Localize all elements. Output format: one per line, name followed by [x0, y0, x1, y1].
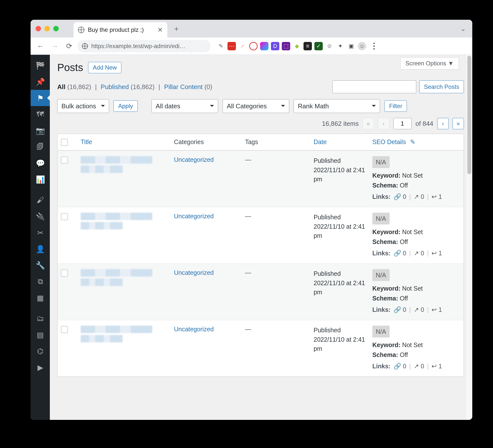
col-date[interactable]: Date — [314, 138, 327, 145]
page-last-button[interactable]: » — [453, 118, 464, 129]
minimize-window-icon[interactable] — [44, 26, 50, 31]
sidebar-dashboard-icon[interactable]: 🏁 — [31, 57, 50, 74]
seo-schema-label: Schema: — [372, 238, 398, 245]
tab-close-icon[interactable]: ✕ — [157, 26, 163, 34]
search-input[interactable] — [332, 80, 416, 93]
view-all[interactable]: All (16,862) — [57, 83, 91, 91]
sidebar-grid-icon[interactable]: ▤ — [31, 327, 50, 343]
nav-back-button[interactable]: ← — [35, 40, 46, 52]
external-links: ↗ 0 — [414, 305, 424, 315]
sidebar-layers-icon[interactable]: 🗂 — [31, 310, 50, 327]
view-published[interactable]: Published (16,862) — [101, 83, 154, 91]
seo-links-label: Links: — [372, 248, 391, 258]
date-value: 2022/11/10 at 2:41 pm — [314, 166, 370, 184]
close-window-icon[interactable] — [36, 26, 41, 31]
category-link[interactable]: Uncategorized — [174, 269, 214, 276]
seo-kw-label: Keyword: — [372, 285, 400, 292]
screen-options-button[interactable]: Screen Options ▼ — [400, 57, 459, 70]
category-link[interactable]: Uncategorized — [174, 213, 214, 220]
category-link[interactable]: Uncategorized — [174, 326, 214, 333]
sidebar-tools-icon[interactable]: 🔧 — [31, 257, 50, 273]
nav-forward-button[interactable]: → — [49, 40, 61, 52]
search-button[interactable]: Search Posts — [419, 80, 464, 93]
date-status: Published — [314, 213, 370, 222]
maximize-window-icon[interactable] — [53, 26, 59, 31]
sidebar-plugins-icon[interactable]: 🔌 — [31, 208, 50, 224]
col-seo[interactable]: SEO Details — [372, 138, 406, 145]
filter-button[interactable]: Filter — [384, 100, 407, 112]
internal-links: 🔗 0 — [394, 192, 406, 202]
bulk-apply-button[interactable]: Apply — [114, 100, 138, 112]
items-count: 16,862 items — [322, 120, 359, 128]
post-title-redacted[interactable] — [81, 326, 152, 333]
incoming-links: ↩ 1 — [432, 192, 442, 202]
incoming-links: ↩ 1 — [432, 248, 442, 258]
bulk-actions-select[interactable]: Bulk actions — [57, 99, 109, 113]
page-current-input[interactable] — [393, 118, 412, 129]
row-checkbox[interactable] — [61, 213, 68, 220]
seo-na-badge: N/A — [372, 156, 390, 168]
sidebar-stats-icon[interactable]: 📊 — [31, 171, 50, 187]
post-title-redacted[interactable] — [81, 269, 152, 277]
new-tab-button[interactable]: ＋ — [170, 22, 183, 35]
table-row: Uncategorized — Published 2022/11/10 at … — [57, 263, 464, 320]
table-row: Uncategorized — Published 2022/11/10 at … — [57, 320, 464, 376]
tags-cell: — — [245, 269, 251, 276]
row-checkbox[interactable] — [61, 326, 68, 333]
row-checkbox[interactable] — [61, 270, 68, 277]
col-title[interactable]: Title — [81, 138, 92, 145]
page-next-button[interactable]: › — [437, 118, 449, 129]
wp-sidebar: 🏁 📌 ⚑ 🗺 📷 🗐 💬 📊 🖌 🔌 ✂ 👤 🔧 ⧉ ▦ 🗂 ▤ ⌬ ▶ — [31, 55, 50, 420]
seo-links-label: Links: — [372, 305, 391, 315]
browser-tab[interactable]: Buy the product plz ;) ✕ — [74, 22, 167, 37]
sidebar-map-icon[interactable]: 🗺 — [31, 106, 50, 122]
post-title-redacted[interactable] — [81, 335, 123, 342]
browser-menu-button[interactable] — [369, 41, 379, 52]
url-bar[interactable]: https://example.test/wp-admin/edi… — [77, 40, 211, 52]
page-prev-button: ‹ — [378, 118, 389, 129]
sidebar-media-icon[interactable]: 📷 — [31, 122, 50, 139]
row-checkbox[interactable] — [61, 157, 68, 164]
seo-na-badge: N/A — [372, 213, 390, 224]
add-new-button[interactable]: Add New — [88, 62, 121, 73]
sidebar-posts-icon[interactable]: ⚑ — [31, 90, 50, 106]
post-title-redacted[interactable] — [81, 166, 123, 173]
post-title-redacted[interactable] — [81, 156, 152, 164]
tabs-overflow-icon[interactable]: ⌄ — [460, 25, 469, 33]
categories-select[interactable]: All Categories — [223, 99, 289, 113]
internal-links: 🔗 0 — [394, 248, 406, 258]
table-row: Uncategorized — Published 2022/11/10 at … — [57, 150, 464, 207]
view-pillar[interactable]: Pillar Content (0) — [164, 83, 212, 91]
sidebar-comments-icon[interactable]: 💬 — [31, 155, 50, 171]
seo-schema-label: Schema: — [372, 182, 398, 189]
browser-toolbar: ← → ⟳ https://example.test/wp-admin/edi…… — [31, 37, 472, 55]
category-link[interactable]: Uncategorized — [174, 156, 214, 163]
post-title-redacted[interactable] — [81, 213, 152, 220]
seo-schema-value: Off — [400, 295, 408, 302]
post-title-redacted[interactable] — [81, 222, 123, 229]
internal-links: 🔗 0 — [394, 305, 406, 315]
sidebar-users-icon[interactable]: 👤 — [31, 241, 50, 257]
date-status: Published — [314, 269, 370, 279]
sidebar-pages-icon[interactable]: 🗐 — [31, 139, 50, 155]
dates-select[interactable]: All dates — [152, 99, 218, 113]
sidebar-cut-icon[interactable]: ✂ — [31, 224, 50, 241]
rankmath-select[interactable]: Rank Math — [294, 99, 380, 113]
sidebar-play-icon[interactable]: ▶ — [31, 359, 50, 375]
sidebar-widgets-icon[interactable]: ⧉ — [31, 273, 50, 290]
sidebar-pin-icon[interactable]: 📌 — [31, 74, 50, 90]
post-title-redacted[interactable] — [81, 279, 123, 286]
sidebar-misc-icon[interactable]: ⌬ — [31, 343, 50, 359]
nav-reload-button[interactable]: ⟳ — [63, 40, 75, 52]
seo-kw-value: Not Set — [402, 228, 423, 235]
site-info-icon[interactable] — [82, 43, 88, 49]
site-globe-icon — [78, 27, 84, 33]
seo-schema-value: Off — [400, 182, 408, 189]
sidebar-appearance-icon[interactable]: 🖌 — [31, 192, 50, 208]
seo-kw-value: Not Set — [402, 341, 423, 348]
sidebar-blocks-icon[interactable]: ▦ — [31, 290, 50, 306]
date-status: Published — [314, 156, 370, 166]
browser-titlebar: Buy the product plz ;) ✕ ＋ ⌄ — [31, 20, 472, 37]
select-all-checkbox[interactable] — [61, 139, 68, 146]
edit-columns-icon[interactable]: ✎ — [410, 138, 415, 145]
